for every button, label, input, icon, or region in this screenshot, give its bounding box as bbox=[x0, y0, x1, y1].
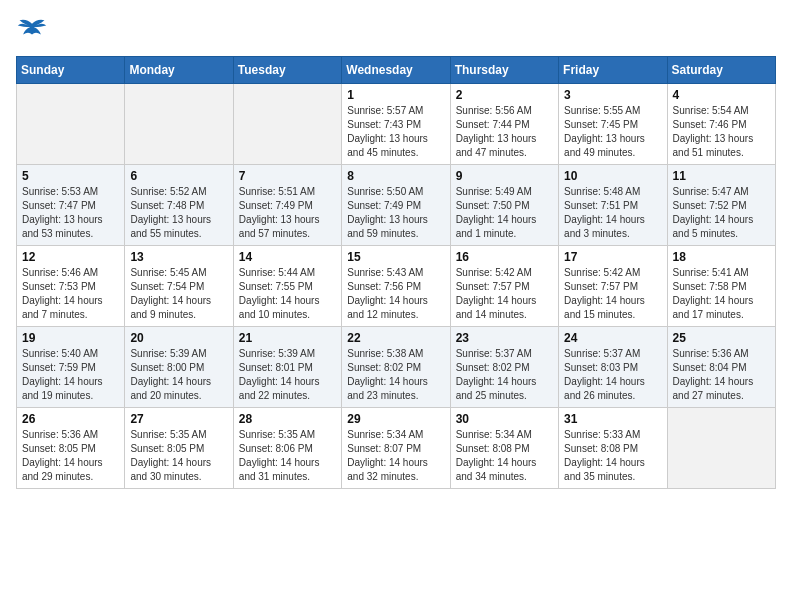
weekday-header-wednesday: Wednesday bbox=[342, 57, 450, 84]
day-number: 9 bbox=[456, 169, 553, 183]
day-number: 23 bbox=[456, 331, 553, 345]
weekday-header-thursday: Thursday bbox=[450, 57, 558, 84]
day-info: Sunrise: 5:57 AM Sunset: 7:43 PM Dayligh… bbox=[347, 104, 444, 160]
day-info: Sunrise: 5:42 AM Sunset: 7:57 PM Dayligh… bbox=[456, 266, 553, 322]
day-number: 18 bbox=[673, 250, 770, 264]
calendar-cell: 20Sunrise: 5:39 AM Sunset: 8:00 PM Dayli… bbox=[125, 327, 233, 408]
day-info: Sunrise: 5:56 AM Sunset: 7:44 PM Dayligh… bbox=[456, 104, 553, 160]
calendar-cell: 26Sunrise: 5:36 AM Sunset: 8:05 PM Dayli… bbox=[17, 408, 125, 489]
day-number: 20 bbox=[130, 331, 227, 345]
day-info: Sunrise: 5:53 AM Sunset: 7:47 PM Dayligh… bbox=[22, 185, 119, 241]
calendar-cell: 24Sunrise: 5:37 AM Sunset: 8:03 PM Dayli… bbox=[559, 327, 667, 408]
logo bbox=[16, 16, 52, 44]
calendar-cell: 17Sunrise: 5:42 AM Sunset: 7:57 PM Dayli… bbox=[559, 246, 667, 327]
day-number: 11 bbox=[673, 169, 770, 183]
day-number: 1 bbox=[347, 88, 444, 102]
day-number: 2 bbox=[456, 88, 553, 102]
day-number: 3 bbox=[564, 88, 661, 102]
calendar-cell: 9Sunrise: 5:49 AM Sunset: 7:50 PM Daylig… bbox=[450, 165, 558, 246]
day-info: Sunrise: 5:51 AM Sunset: 7:49 PM Dayligh… bbox=[239, 185, 336, 241]
day-info: Sunrise: 5:43 AM Sunset: 7:56 PM Dayligh… bbox=[347, 266, 444, 322]
day-info: Sunrise: 5:47 AM Sunset: 7:52 PM Dayligh… bbox=[673, 185, 770, 241]
calendar-cell: 14Sunrise: 5:44 AM Sunset: 7:55 PM Dayli… bbox=[233, 246, 341, 327]
day-info: Sunrise: 5:39 AM Sunset: 8:01 PM Dayligh… bbox=[239, 347, 336, 403]
day-number: 5 bbox=[22, 169, 119, 183]
day-number: 30 bbox=[456, 412, 553, 426]
day-info: Sunrise: 5:34 AM Sunset: 8:08 PM Dayligh… bbox=[456, 428, 553, 484]
calendar-cell: 6Sunrise: 5:52 AM Sunset: 7:48 PM Daylig… bbox=[125, 165, 233, 246]
day-number: 12 bbox=[22, 250, 119, 264]
day-number: 13 bbox=[130, 250, 227, 264]
calendar-week-row: 19Sunrise: 5:40 AM Sunset: 7:59 PM Dayli… bbox=[17, 327, 776, 408]
calendar-table: SundayMondayTuesdayWednesdayThursdayFrid… bbox=[16, 56, 776, 489]
calendar-cell: 18Sunrise: 5:41 AM Sunset: 7:58 PM Dayli… bbox=[667, 246, 775, 327]
calendar-cell: 30Sunrise: 5:34 AM Sunset: 8:08 PM Dayli… bbox=[450, 408, 558, 489]
day-number: 21 bbox=[239, 331, 336, 345]
day-info: Sunrise: 5:36 AM Sunset: 8:05 PM Dayligh… bbox=[22, 428, 119, 484]
day-info: Sunrise: 5:35 AM Sunset: 8:06 PM Dayligh… bbox=[239, 428, 336, 484]
day-info: Sunrise: 5:39 AM Sunset: 8:00 PM Dayligh… bbox=[130, 347, 227, 403]
calendar-cell: 28Sunrise: 5:35 AM Sunset: 8:06 PM Dayli… bbox=[233, 408, 341, 489]
day-number: 8 bbox=[347, 169, 444, 183]
day-info: Sunrise: 5:44 AM Sunset: 7:55 PM Dayligh… bbox=[239, 266, 336, 322]
calendar-cell: 13Sunrise: 5:45 AM Sunset: 7:54 PM Dayli… bbox=[125, 246, 233, 327]
day-info: Sunrise: 5:34 AM Sunset: 8:07 PM Dayligh… bbox=[347, 428, 444, 484]
day-number: 4 bbox=[673, 88, 770, 102]
day-info: Sunrise: 5:36 AM Sunset: 8:04 PM Dayligh… bbox=[673, 347, 770, 403]
day-number: 10 bbox=[564, 169, 661, 183]
calendar-cell: 29Sunrise: 5:34 AM Sunset: 8:07 PM Dayli… bbox=[342, 408, 450, 489]
calendar-header-row: SundayMondayTuesdayWednesdayThursdayFrid… bbox=[17, 57, 776, 84]
calendar-week-row: 1Sunrise: 5:57 AM Sunset: 7:43 PM Daylig… bbox=[17, 84, 776, 165]
calendar-cell bbox=[17, 84, 125, 165]
calendar-cell: 23Sunrise: 5:37 AM Sunset: 8:02 PM Dayli… bbox=[450, 327, 558, 408]
calendar-cell: 22Sunrise: 5:38 AM Sunset: 8:02 PM Dayli… bbox=[342, 327, 450, 408]
day-info: Sunrise: 5:41 AM Sunset: 7:58 PM Dayligh… bbox=[673, 266, 770, 322]
day-number: 16 bbox=[456, 250, 553, 264]
day-info: Sunrise: 5:49 AM Sunset: 7:50 PM Dayligh… bbox=[456, 185, 553, 241]
day-number: 29 bbox=[347, 412, 444, 426]
day-info: Sunrise: 5:46 AM Sunset: 7:53 PM Dayligh… bbox=[22, 266, 119, 322]
calendar-cell: 21Sunrise: 5:39 AM Sunset: 8:01 PM Dayli… bbox=[233, 327, 341, 408]
day-number: 7 bbox=[239, 169, 336, 183]
day-number: 24 bbox=[564, 331, 661, 345]
day-number: 22 bbox=[347, 331, 444, 345]
day-number: 28 bbox=[239, 412, 336, 426]
weekday-header-sunday: Sunday bbox=[17, 57, 125, 84]
weekday-header-saturday: Saturday bbox=[667, 57, 775, 84]
day-number: 25 bbox=[673, 331, 770, 345]
day-info: Sunrise: 5:40 AM Sunset: 7:59 PM Dayligh… bbox=[22, 347, 119, 403]
day-info: Sunrise: 5:37 AM Sunset: 8:02 PM Dayligh… bbox=[456, 347, 553, 403]
weekday-header-friday: Friday bbox=[559, 57, 667, 84]
calendar-week-row: 26Sunrise: 5:36 AM Sunset: 8:05 PM Dayli… bbox=[17, 408, 776, 489]
calendar-cell: 11Sunrise: 5:47 AM Sunset: 7:52 PM Dayli… bbox=[667, 165, 775, 246]
calendar-cell: 31Sunrise: 5:33 AM Sunset: 8:08 PM Dayli… bbox=[559, 408, 667, 489]
calendar-cell: 4Sunrise: 5:54 AM Sunset: 7:46 PM Daylig… bbox=[667, 84, 775, 165]
calendar-cell: 8Sunrise: 5:50 AM Sunset: 7:49 PM Daylig… bbox=[342, 165, 450, 246]
calendar-cell: 27Sunrise: 5:35 AM Sunset: 8:05 PM Dayli… bbox=[125, 408, 233, 489]
day-info: Sunrise: 5:55 AM Sunset: 7:45 PM Dayligh… bbox=[564, 104, 661, 160]
calendar-cell: 19Sunrise: 5:40 AM Sunset: 7:59 PM Dayli… bbox=[17, 327, 125, 408]
calendar-cell bbox=[233, 84, 341, 165]
calendar-cell: 10Sunrise: 5:48 AM Sunset: 7:51 PM Dayli… bbox=[559, 165, 667, 246]
calendar-cell: 25Sunrise: 5:36 AM Sunset: 8:04 PM Dayli… bbox=[667, 327, 775, 408]
calendar-cell: 3Sunrise: 5:55 AM Sunset: 7:45 PM Daylig… bbox=[559, 84, 667, 165]
day-info: Sunrise: 5:37 AM Sunset: 8:03 PM Dayligh… bbox=[564, 347, 661, 403]
day-number: 26 bbox=[22, 412, 119, 426]
day-info: Sunrise: 5:48 AM Sunset: 7:51 PM Dayligh… bbox=[564, 185, 661, 241]
day-number: 14 bbox=[239, 250, 336, 264]
calendar-cell: 2Sunrise: 5:56 AM Sunset: 7:44 PM Daylig… bbox=[450, 84, 558, 165]
day-number: 31 bbox=[564, 412, 661, 426]
weekday-header-tuesday: Tuesday bbox=[233, 57, 341, 84]
calendar-cell: 16Sunrise: 5:42 AM Sunset: 7:57 PM Dayli… bbox=[450, 246, 558, 327]
calendar-cell: 1Sunrise: 5:57 AM Sunset: 7:43 PM Daylig… bbox=[342, 84, 450, 165]
calendar-week-row: 12Sunrise: 5:46 AM Sunset: 7:53 PM Dayli… bbox=[17, 246, 776, 327]
calendar-cell: 5Sunrise: 5:53 AM Sunset: 7:47 PM Daylig… bbox=[17, 165, 125, 246]
day-number: 19 bbox=[22, 331, 119, 345]
weekday-header-monday: Monday bbox=[125, 57, 233, 84]
day-info: Sunrise: 5:54 AM Sunset: 7:46 PM Dayligh… bbox=[673, 104, 770, 160]
calendar-cell: 15Sunrise: 5:43 AM Sunset: 7:56 PM Dayli… bbox=[342, 246, 450, 327]
day-info: Sunrise: 5:50 AM Sunset: 7:49 PM Dayligh… bbox=[347, 185, 444, 241]
logo-icon bbox=[16, 16, 48, 44]
day-info: Sunrise: 5:42 AM Sunset: 7:57 PM Dayligh… bbox=[564, 266, 661, 322]
day-info: Sunrise: 5:52 AM Sunset: 7:48 PM Dayligh… bbox=[130, 185, 227, 241]
